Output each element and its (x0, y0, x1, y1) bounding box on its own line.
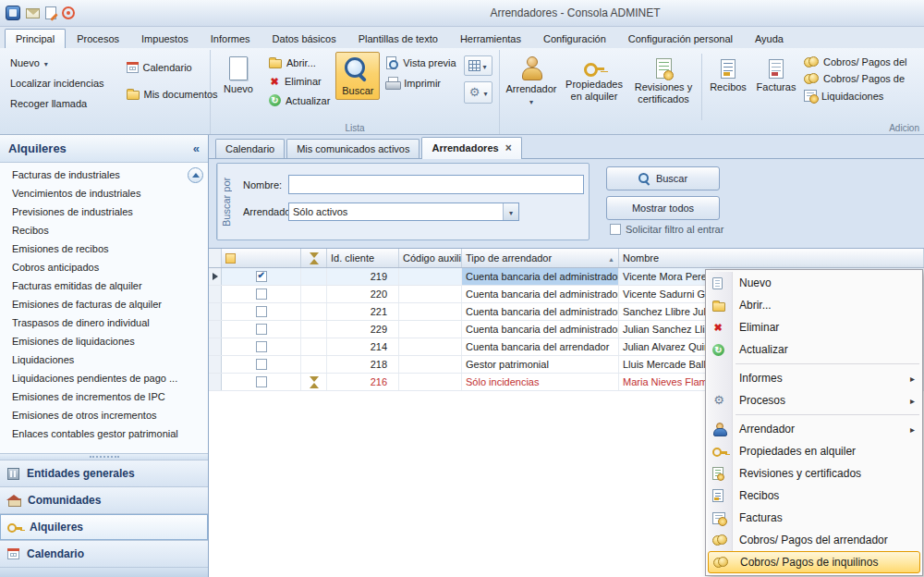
ribbon-tab-configuracion-personal[interactable]: Configuración personal (617, 29, 744, 48)
vista-previa-button[interactable]: Vista previa (380, 54, 461, 72)
arrendador-button[interactable]: Arrendador (503, 52, 560, 109)
row-checkbox-cell[interactable] (222, 268, 301, 285)
buscar-filter-button[interactable]: Buscar (606, 166, 720, 190)
revisiones-certificados-button[interactable]: Revisiones y certificados (628, 52, 699, 107)
ribbon-tab-procesos[interactable]: Procesos (66, 29, 130, 48)
row-checkbox[interactable] (256, 306, 267, 317)
menu-item-revisiones[interactable]: Revisiones y certificados (706, 462, 922, 485)
menu-item-cobros-inquilinos[interactable]: Cobros/ Pagos de inquilinos (708, 551, 920, 573)
menu-item-eliminar[interactable]: Eliminar (706, 316, 922, 338)
ribbon-tab-datos-basicos[interactable]: Datos básicos (261, 29, 347, 48)
cobros-pagos-del-button[interactable]: Cobros/ Pagos del (801, 54, 921, 70)
sidebar-item[interactable]: Emisiones de incrementos de IPC (0, 387, 208, 406)
cell-id[interactable]: 219 (327, 268, 399, 285)
solicitar-filtro-checkbox[interactable] (610, 224, 621, 235)
cell-id[interactable]: 221 (327, 303, 399, 320)
imprimir-button[interactable]: Imprimir (380, 74, 461, 92)
cell-tipo[interactable]: Cuenta bancaria del administrador (462, 268, 619, 285)
doc-tab-mis-comunicados[interactable]: Mis comunicados activos (286, 139, 419, 158)
row-checkbox-cell[interactable] (222, 303, 301, 320)
actualizar-button[interactable]: Actualizar (263, 92, 335, 109)
row-checkbox-cell[interactable] (222, 286, 301, 302)
mostrar-todos-button[interactable]: Mostrar todos (606, 196, 720, 220)
sidebar-item[interactable]: Emisiones de otros incrementos (0, 406, 208, 424)
facturas-button[interactable]: Facturas (751, 52, 801, 96)
menu-item-informes[interactable]: Informes (706, 367, 922, 389)
cell-codigo[interactable] (399, 321, 462, 338)
app-icon[interactable] (6, 6, 20, 20)
buscar-button[interactable]: Buscar (335, 52, 380, 100)
doc-tab-calendario[interactable]: Calendario (215, 139, 285, 158)
sidebar-item[interactable]: Cobros anticipados (0, 258, 208, 276)
menu-item-facturas[interactable]: Facturas (706, 507, 922, 529)
cell-tipo[interactable]: Gestor patrimonial (462, 356, 619, 373)
sidebar-item[interactable]: Emisiones de liquidaciones (0, 332, 208, 350)
settings-dropdown-button[interactable] (464, 81, 492, 104)
sidebar-item[interactable]: Liquidaciones pendientes de pago ... (0, 369, 208, 387)
col-header-codigo-auxiliar[interactable]: Código auxiliar (399, 249, 462, 267)
sidebar-item[interactable]: Emisiones de facturas de alquiler (0, 295, 208, 313)
sidebar-section-calendario[interactable]: Calendario (0, 540, 208, 567)
collapse-sidebar-icon[interactable] (193, 141, 200, 155)
record-call-icon[interactable] (62, 6, 75, 19)
sidebar-item[interactable]: Facturas de industriales (0, 166, 208, 184)
menu-item-cobros-arrendador[interactable]: Cobros/ Pagos del arrendador (706, 529, 922, 551)
menu-item-recibos[interactable]: Recibos (706, 485, 922, 507)
menu-item-procesos[interactable]: Procesos (706, 389, 922, 411)
col-header-id-cliente[interactable]: Id. cliente (327, 249, 399, 267)
close-tab-icon[interactable] (505, 141, 512, 154)
row-checkbox-cell[interactable] (222, 374, 301, 390)
menu-item-nuevo[interactable]: Nuevo (706, 272, 922, 294)
cell-id[interactable]: 229 (327, 321, 399, 338)
liquidaciones-button[interactable]: Liquidaciones (801, 87, 921, 104)
sidebar-item[interactable]: Enlaces contables gestor patrimonial (0, 424, 208, 443)
mis-documentos-button[interactable]: Mis documentos (121, 85, 224, 103)
scroll-up-button[interactable] (188, 167, 203, 183)
menu-item-arrendador[interactable]: Arrendador (706, 418, 922, 440)
arrendadores-select[interactable]: Sólo activos (288, 203, 519, 221)
sidebar-item[interactable]: Facturas emitidas de alquiler (0, 276, 208, 295)
combo-dropdown-button[interactable] (503, 203, 518, 220)
cell-codigo[interactable] (399, 338, 462, 355)
cell-tipo[interactable]: Cuenta bancaria del administrador (462, 303, 619, 320)
sidebar-item[interactable]: Traspasos de dinero individual (0, 313, 208, 332)
select-all-checkbox[interactable] (225, 253, 236, 264)
row-checkbox[interactable] (256, 324, 267, 335)
menu-item-abrir[interactable]: Abrir... (706, 294, 922, 316)
cell-codigo[interactable] (399, 374, 462, 390)
sidebar-item[interactable]: Recibos (0, 221, 208, 239)
row-checkbox-cell[interactable] (222, 321, 301, 338)
ribbon-tab-configuracion[interactable]: Configuración (532, 29, 617, 48)
ribbon-tab-ayuda[interactable]: Ayuda (744, 29, 795, 48)
solicitar-filtro-checkbox-row[interactable]: Solicitar filtro al entrar (610, 224, 723, 235)
sidebar-splitter[interactable] (0, 453, 208, 460)
row-checkbox-cell[interactable] (222, 356, 301, 373)
table-view-dropdown-button[interactable] (464, 55, 492, 76)
ribbon-tab-impuestos[interactable]: Impuestos (130, 29, 200, 48)
abrir-button[interactable]: Abrir... (263, 54, 335, 71)
cobros-pagos-de-button[interactable]: Cobros/ Pagos de (801, 70, 921, 87)
select-all-header[interactable] (222, 249, 301, 267)
cell-tipo[interactable]: Cuenta bancaria del administrador (462, 286, 619, 302)
nuevo-button[interactable]: Nuevo (213, 52, 263, 98)
ribbon-tab-plantillas[interactable]: Plantillas de texto (347, 29, 449, 48)
row-checkbox[interactable] (256, 288, 267, 300)
recoger-llamada-button[interactable]: Recoger llamada (5, 95, 110, 112)
cell-id[interactable]: 218 (327, 356, 399, 373)
cell-tipo[interactable]: Cuenta bancaria del arrendador (462, 338, 619, 355)
localizar-incidencias-button[interactable]: Localizar incidencias (5, 75, 110, 92)
sidebar-section-entidades[interactable]: Entidades generales (0, 460, 208, 486)
cell-id[interactable]: 220 (327, 286, 399, 302)
doc-tab-arrendadores[interactable]: Arrendadores (421, 137, 521, 159)
recibos-button[interactable]: Recibos (705, 52, 751, 96)
cell-id[interactable]: 214 (327, 338, 399, 355)
incidences-column-header[interactable] (301, 249, 327, 267)
row-checkbox[interactable] (256, 271, 267, 282)
row-checkbox[interactable] (256, 359, 267, 370)
cell-codigo[interactable] (399, 268, 462, 285)
cell-tipo[interactable]: Sólo incidencias (462, 374, 619, 390)
row-checkbox[interactable] (256, 376, 267, 387)
sidebar-section-comunidades[interactable]: Comunidades (0, 486, 208, 513)
nombre-input[interactable] (288, 175, 584, 194)
menu-item-propiedades[interactable]: Propiedades en alquiler (706, 440, 922, 462)
